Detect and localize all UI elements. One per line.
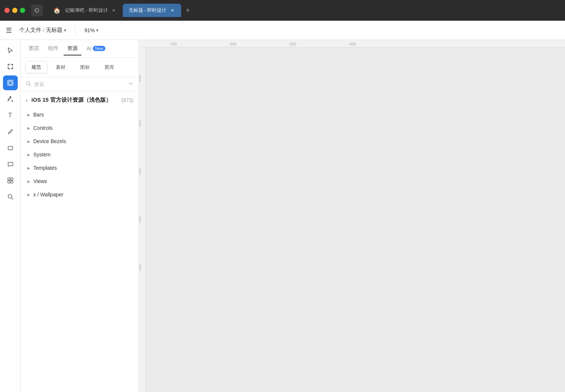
- new-tab-button[interactable]: +: [183, 5, 193, 16]
- folder-arrow-icon: ▶: [27, 153, 30, 157]
- tabs-container: 🏠 记账簿吧 - 即时设计 ✕ 无标题 - 即时设计 ✕ +: [47, 4, 561, 17]
- folder-bars-label: Bars: [33, 112, 44, 118]
- rect-tool[interactable]: [3, 141, 18, 155]
- resource-count: (873): [121, 97, 133, 103]
- traffic-lights: [4, 8, 25, 13]
- svg-rect-13: [8, 178, 10, 180]
- component-tool[interactable]: [3, 75, 18, 90]
- ruler-mark: -500: [289, 42, 296, 46]
- folder-list: ▶ Bars ▶ Controls ▶ Device Bezels ▶ Syst…: [21, 107, 139, 392]
- ruler-left: -600 -500 -400 -300 -200: [139, 47, 146, 392]
- breadcrumb: 个人文件 / 无标题 ▾: [19, 27, 66, 34]
- subtab-material[interactable]: 素材: [50, 61, 72, 73]
- folder-controls[interactable]: ▶ Controls: [21, 121, 139, 135]
- tab1-label: 记账簿吧 - 即时设计: [65, 7, 108, 14]
- ruler-mark: -600: [229, 42, 236, 46]
- tab-components[interactable]: 组件: [44, 42, 62, 55]
- folder-views[interactable]: ▶ Views: [21, 175, 139, 188]
- ruler-mark-v: -200: [139, 264, 142, 272]
- title-bar: 🏠 记账簿吧 - 即时设计 ✕ 无标题 - 即时设计 ✕ +: [0, 0, 565, 21]
- search-icon: [26, 81, 31, 87]
- zoom-chevron-icon: ▾: [96, 28, 98, 33]
- comment-tool[interactable]: [3, 157, 18, 172]
- tab-ai[interactable]: AI New: [83, 43, 109, 55]
- ruler-mark-v: -600: [139, 75, 142, 82]
- breadcrumb-current[interactable]: 无标题 ▾: [46, 27, 66, 34]
- folder-system-label: System: [33, 152, 51, 158]
- search-input[interactable]: [34, 81, 125, 87]
- folder-bars[interactable]: ▶ Bars: [21, 108, 139, 121]
- sub-tabs: 规范 素材 图标 图库: [21, 58, 139, 77]
- folder-system[interactable]: ▶ System: [21, 148, 139, 161]
- tab2-label: 无标题 - 即时设计: [129, 7, 167, 14]
- folder-controls-label: Controls: [33, 125, 53, 131]
- search-dropdown-icon[interactable]: [128, 81, 133, 87]
- text-tool[interactable]: T: [3, 108, 18, 123]
- tab-jizhangbu[interactable]: 🏠 记账簿吧 - 即时设计 ✕: [47, 4, 123, 17]
- folder-templates-label: Templates: [33, 165, 57, 171]
- svg-line-20: [30, 85, 31, 86]
- tab-assets[interactable]: 资源: [64, 42, 81, 55]
- subtab-icon[interactable]: 图标: [74, 61, 96, 73]
- maximize-button[interactable]: [20, 8, 25, 13]
- svg-rect-9: [9, 81, 12, 84]
- svg-rect-8: [8, 80, 13, 85]
- select-tool[interactable]: [3, 43, 18, 58]
- folder-arrow-icon: ▶: [27, 113, 30, 117]
- folder-arrow-icon: ▶: [27, 126, 30, 130]
- tab-untitled[interactable]: 无标题 - 即时设计 ✕: [123, 4, 182, 17]
- svg-line-18: [11, 198, 13, 199]
- folder-views-label: Views: [33, 178, 47, 184]
- tab1-close[interactable]: ✕: [111, 7, 117, 13]
- header-bar: ☰ 个人文件 / 无标题 ▾ 91% ▾: [0, 21, 565, 40]
- tab-ai-label: AI: [87, 45, 91, 51]
- folder-arrow-icon: ▶: [27, 139, 30, 143]
- resource-header: ‹ iOS 15 官方设计资源（浅色版） (873): [21, 91, 139, 107]
- svg-rect-16: [11, 181, 13, 183]
- breadcrumb-separator: /: [43, 27, 44, 33]
- minimize-button[interactable]: [12, 8, 17, 13]
- ruler-mark: -400: [348, 42, 356, 46]
- svg-rect-12: [8, 146, 13, 150]
- breadcrumb-chevron-icon: ▾: [64, 28, 66, 33]
- svg-rect-14: [11, 178, 13, 180]
- panel-tabs: 图层 组件 资源 AI New: [21, 40, 139, 58]
- canvas-area[interactable]: -700 -600 -500 -400 -600 -500 -400 -300 …: [139, 40, 565, 392]
- pencil-tool[interactable]: [3, 124, 18, 139]
- folder-arrow-icon: ▶: [27, 179, 30, 183]
- home-icon: 🏠: [53, 7, 61, 14]
- ruler-top: -700 -600 -500 -400: [139, 40, 565, 47]
- tab-layers[interactable]: 图层: [25, 42, 43, 55]
- folder-wallpaper-label: x / Wallpaper: [33, 192, 63, 197]
- zoom-control[interactable]: 91% ▾: [84, 27, 98, 33]
- header-divider: [75, 26, 75, 35]
- canvas-content[interactable]: [146, 47, 565, 392]
- tab-layers-label: 图层: [29, 45, 39, 52]
- close-button[interactable]: [4, 8, 10, 13]
- ruler-mark-v: -500: [139, 120, 142, 127]
- side-panel: 图层 组件 资源 AI New 规范 素材 图标: [21, 40, 139, 392]
- back-button[interactable]: ‹: [26, 97, 28, 103]
- search-bar: [21, 77, 139, 91]
- svg-rect-15: [8, 181, 10, 183]
- folder-device-bezels-label: Device Bezels: [33, 138, 66, 144]
- folder-templates[interactable]: ▶ Templates: [21, 161, 139, 175]
- frame-tool[interactable]: [3, 59, 18, 74]
- left-toolbar: T: [0, 40, 21, 392]
- tab-components-label: 组件: [48, 45, 58, 52]
- menu-button[interactable]: ☰: [6, 26, 12, 34]
- subtab-spec[interactable]: 规范: [25, 61, 47, 73]
- search-tool[interactable]: [3, 189, 18, 204]
- reload-button[interactable]: [31, 4, 43, 16]
- folder-arrow-icon: ▶: [27, 166, 30, 170]
- ruler-mark: -700: [169, 42, 177, 46]
- plugin-tool[interactable]: [3, 173, 18, 188]
- breadcrumb-parent[interactable]: 个人文件: [19, 27, 41, 34]
- ruler-mark-v: -300: [139, 216, 142, 224]
- subtab-library[interactable]: 图库: [98, 61, 121, 73]
- folder-wallpaper[interactable]: ▶ x / Wallpaper: [21, 188, 139, 201]
- folder-device-bezels[interactable]: ▶ Device Bezels: [21, 135, 139, 148]
- main-layout: T: [0, 40, 565, 392]
- pen-tool[interactable]: [3, 92, 18, 107]
- tab2-close[interactable]: ✕: [169, 7, 175, 13]
